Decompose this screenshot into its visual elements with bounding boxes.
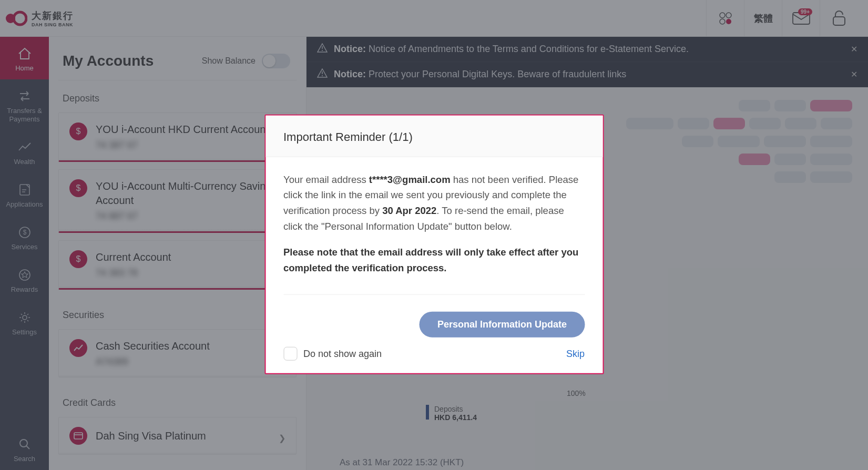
modal-body: Your email address t****3@gmail.com has … xyxy=(265,157,603,292)
personal-info-update-button[interactable]: Personal Information Update xyxy=(420,312,585,338)
skip-link[interactable]: Skip xyxy=(566,349,585,360)
do-not-show-checkbox[interactable]: Do not show again xyxy=(283,347,382,361)
reminder-modal: Important Reminder (1/1) Your email addr… xyxy=(264,115,604,375)
modal-title: Important Reminder (1/1) xyxy=(283,130,585,144)
